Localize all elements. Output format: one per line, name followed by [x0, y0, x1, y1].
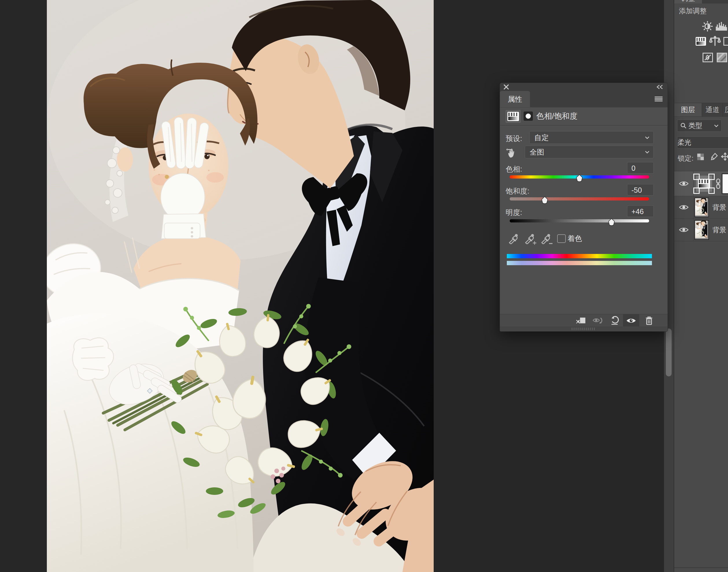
invert-icon[interactable] — [703, 53, 713, 62]
right-panel-dock: 调整 添加调整 图层 通道 历史 类型 — [674, 0, 728, 572]
chevron-down-icon — [645, 151, 649, 153]
adjustment-huesat-icon[interactable] — [506, 110, 521, 123]
lock-position-icon[interactable] — [721, 152, 728, 161]
visibility-toggle[interactable] — [674, 171, 693, 196]
chevron-down-icon — [714, 125, 719, 127]
tab-adjustments-clipped[interactable]: 调整 — [674, 0, 702, 3]
tab-channels[interactable]: 通道 — [702, 103, 723, 117]
layer-mask-thumbnail[interactable] — [722, 173, 728, 194]
chevron-down-icon — [645, 136, 649, 139]
delete-icon[interactable] — [642, 314, 657, 327]
levels-icon[interactable] — [715, 21, 728, 31]
view-previous-state-icon[interactable] — [590, 314, 606, 327]
adjustment-layer-thumbnail[interactable] — [693, 173, 715, 194]
brightness-contrast-icon[interactable] — [702, 21, 713, 32]
hue-ramp-original — [507, 254, 652, 258]
hue-slider-track[interactable] — [510, 175, 649, 178]
filter-value: 类型 — [687, 121, 714, 130]
channel-select[interactable]: 全图 — [525, 146, 654, 158]
eye-icon — [679, 180, 689, 187]
visibility-toggle[interactable] — [674, 219, 693, 241]
panel-header: 色相/饱和度 — [500, 107, 668, 125]
lightness-value-field[interactable]: +46 — [627, 205, 654, 217]
tab-properties[interactable]: 属性 — [500, 91, 530, 107]
channel-value: 全图 — [525, 147, 645, 157]
colorize-checkbox[interactable] — [557, 234, 566, 243]
preset-value: 自定 — [530, 133, 645, 142]
hue-value-field[interactable]: 0 — [627, 162, 654, 173]
saturation-value-field[interactable]: -50 — [627, 184, 654, 196]
adjustment-title: 色相/饱和度 — [536, 107, 578, 125]
document-wedding-photo — [47, 0, 434, 572]
lock-pixels-icon[interactable] — [710, 152, 718, 161]
visibility-toggle[interactable] — [674, 196, 693, 218]
layers-list: 背景 拷贝 背景 — [674, 171, 728, 241]
layer-name[interactable]: 背景 拷贝 — [712, 203, 728, 212]
lightness-label: 明度: — [506, 208, 522, 217]
tab-layers[interactable]: 图层 — [674, 103, 702, 117]
search-icon — [680, 123, 687, 129]
hue-label: 色相: — [506, 164, 522, 174]
colorize-label: 着色 — [567, 234, 582, 243]
collapse-panel-icon[interactable] — [656, 85, 664, 89]
blend-mode-select[interactable]: 柔光 — [677, 136, 728, 148]
clip-to-layer-icon[interactable] — [573, 314, 589, 327]
saturation-slider-thumb[interactable] — [541, 196, 548, 204]
layer-row-background-copy[interactable]: 背景 拷贝 — [674, 196, 728, 219]
color-balance-icon[interactable] — [709, 36, 721, 47]
panel-tabrow: 属性 — [500, 91, 668, 108]
layer-filter-select[interactable]: 类型 — [677, 120, 722, 132]
reset-icon[interactable] — [607, 314, 622, 327]
layer-row-background[interactable]: 背景 — [674, 219, 728, 241]
dock-section-divider — [674, 567, 728, 568]
eyedropper-minus-icon[interactable] — [540, 232, 552, 244]
lightness-slider-thumb[interactable] — [608, 218, 615, 226]
lightness-slider-track[interactable] — [510, 219, 649, 222]
preset-select[interactable]: 自定 — [529, 131, 654, 144]
panel-footer — [500, 314, 668, 327]
scrubby-hand-icon[interactable] — [506, 146, 519, 158]
layer-row-adjustment[interactable] — [674, 171, 728, 196]
eye-icon — [679, 226, 689, 233]
layer-thumbnail[interactable] — [694, 220, 709, 240]
eyedropper-plus-icon[interactable] — [524, 232, 536, 244]
close-icon[interactable] — [503, 84, 509, 90]
tab-strip-filler — [702, 0, 728, 3]
mask-link-icon[interactable] — [716, 178, 721, 189]
lock-label: 锁定: — [678, 154, 693, 163]
layer-thumbnail[interactable] — [694, 198, 709, 217]
hue-ramp-adjusted — [507, 261, 652, 265]
hue-slider-thumb[interactable] — [576, 174, 583, 182]
saturation-slider-track[interactable] — [510, 197, 649, 201]
lock-row: 锁定: — [674, 150, 728, 166]
eyedropper-icon[interactable] — [508, 232, 520, 244]
add-adjustment-label: 添加调整 — [679, 6, 707, 16]
tab-history[interactable]: 历史 — [723, 103, 728, 117]
clip-indicator-icon[interactable] — [524, 112, 533, 121]
properties-panel: 属性 色相/饱和度 预设: 自定 全图 色相: 0 — [500, 83, 668, 332]
black-white-icon[interactable] — [723, 37, 728, 46]
blend-mode-value: 柔光 — [677, 138, 691, 147]
channel-mixer-icon[interactable] — [717, 53, 727, 62]
layer-name[interactable]: 背景 — [712, 225, 726, 234]
panel-menu-icon[interactable] — [654, 96, 663, 102]
hue-saturation-icon[interactable] — [695, 37, 706, 46]
panel-resize-gripper[interactable] — [500, 327, 668, 331]
saturation-label: 饱和度: — [506, 186, 529, 196]
preset-label: 预设: — [506, 134, 522, 143]
scrollbar-thumb[interactable] — [666, 329, 672, 376]
panel-titlebar[interactable] — [500, 83, 668, 91]
lock-transparency-icon[interactable] — [697, 153, 704, 161]
hue-saturation-thumb-icon — [698, 179, 710, 189]
eye-icon — [679, 204, 689, 211]
visibility-icon[interactable] — [623, 314, 639, 327]
